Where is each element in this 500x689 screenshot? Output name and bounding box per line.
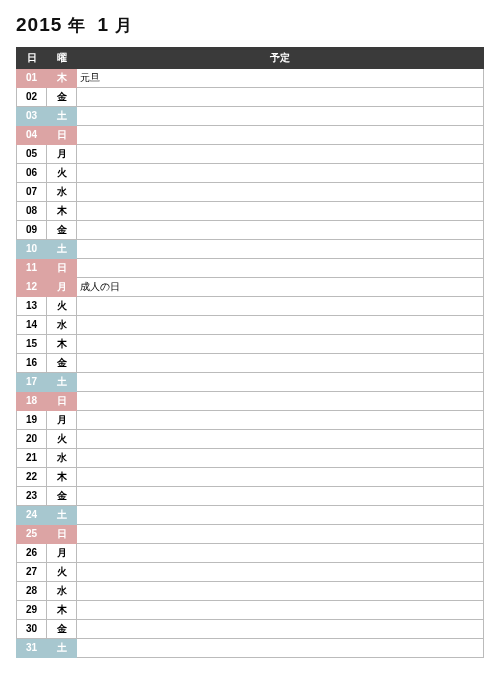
cell-day: 14 <box>17 316 47 335</box>
table-row: 25日 <box>17 525 484 544</box>
cell-dow: 土 <box>47 240 77 259</box>
cell-dow: 水 <box>47 183 77 202</box>
calendar-body: 01木元旦02金03土04日05月06火07水08木09金10土11日12月成人… <box>17 69 484 658</box>
cell-schedule <box>77 164 484 183</box>
header-day: 日 <box>17 48 47 69</box>
cell-dow: 火 <box>47 563 77 582</box>
calendar-table: 日 曜 予定 01木元旦02金03土04日05月06火07水08木09金10土1… <box>16 47 484 658</box>
cell-schedule <box>77 601 484 620</box>
cell-day: 05 <box>17 145 47 164</box>
cell-dow: 木 <box>47 69 77 88</box>
table-row: 06火 <box>17 164 484 183</box>
cell-dow: 月 <box>47 411 77 430</box>
cell-schedule <box>77 202 484 221</box>
cell-schedule <box>77 563 484 582</box>
cell-day: 01 <box>17 69 47 88</box>
cell-dow: 土 <box>47 639 77 658</box>
cell-dow: 木 <box>47 335 77 354</box>
table-row: 01木元旦 <box>17 69 484 88</box>
cell-dow: 月 <box>47 544 77 563</box>
table-row: 21水 <box>17 449 484 468</box>
table-row: 08木 <box>17 202 484 221</box>
title-year: 2015 <box>16 14 62 35</box>
cell-dow: 土 <box>47 373 77 392</box>
cell-dow: 木 <box>47 601 77 620</box>
cell-schedule: 元旦 <box>77 69 484 88</box>
cell-schedule <box>77 373 484 392</box>
table-row: 04日 <box>17 126 484 145</box>
cell-day: 30 <box>17 620 47 639</box>
cell-day: 29 <box>17 601 47 620</box>
table-row: 30金 <box>17 620 484 639</box>
cell-day: 03 <box>17 107 47 126</box>
header-dow: 曜 <box>47 48 77 69</box>
cell-schedule <box>77 430 484 449</box>
table-row: 17土 <box>17 373 484 392</box>
cell-schedule <box>77 221 484 240</box>
cell-schedule <box>77 639 484 658</box>
cell-day: 22 <box>17 468 47 487</box>
table-row: 05月 <box>17 145 484 164</box>
cell-schedule <box>77 297 484 316</box>
table-row: 12月成人の日 <box>17 278 484 297</box>
cell-schedule <box>77 107 484 126</box>
cell-day: 09 <box>17 221 47 240</box>
cell-day: 25 <box>17 525 47 544</box>
cell-day: 17 <box>17 373 47 392</box>
cell-day: 19 <box>17 411 47 430</box>
cell-schedule <box>77 506 484 525</box>
table-row: 03土 <box>17 107 484 126</box>
cell-day: 18 <box>17 392 47 411</box>
table-row: 09金 <box>17 221 484 240</box>
cell-schedule <box>77 316 484 335</box>
cell-schedule <box>77 582 484 601</box>
cell-day: 20 <box>17 430 47 449</box>
cell-schedule <box>77 335 484 354</box>
cell-schedule <box>77 126 484 145</box>
cell-day: 28 <box>17 582 47 601</box>
cell-dow: 日 <box>47 126 77 145</box>
cell-day: 27 <box>17 563 47 582</box>
table-row: 29木 <box>17 601 484 620</box>
table-row: 19月 <box>17 411 484 430</box>
cell-dow: 日 <box>47 392 77 411</box>
cell-schedule <box>77 544 484 563</box>
cell-day: 12 <box>17 278 47 297</box>
cell-day: 21 <box>17 449 47 468</box>
cell-dow: 水 <box>47 316 77 335</box>
table-row: 22木 <box>17 468 484 487</box>
cell-day: 07 <box>17 183 47 202</box>
table-header-row: 日 曜 予定 <box>17 48 484 69</box>
table-row: 11日 <box>17 259 484 278</box>
cell-schedule <box>77 259 484 278</box>
cell-day: 26 <box>17 544 47 563</box>
cell-day: 08 <box>17 202 47 221</box>
table-row: 20火 <box>17 430 484 449</box>
cell-schedule <box>77 487 484 506</box>
cell-dow: 月 <box>47 278 77 297</box>
cell-day: 23 <box>17 487 47 506</box>
cell-schedule <box>77 525 484 544</box>
table-row: 15木 <box>17 335 484 354</box>
table-row: 14水 <box>17 316 484 335</box>
table-row: 13火 <box>17 297 484 316</box>
cell-schedule <box>77 411 484 430</box>
cell-dow: 金 <box>47 221 77 240</box>
cell-schedule <box>77 449 484 468</box>
cell-dow: 水 <box>47 582 77 601</box>
cell-day: 13 <box>17 297 47 316</box>
header-schedule: 予定 <box>77 48 484 69</box>
table-row: 16金 <box>17 354 484 373</box>
title-month: 1 <box>97 14 109 35</box>
cell-dow: 金 <box>47 620 77 639</box>
cell-dow: 水 <box>47 449 77 468</box>
table-row: 27火 <box>17 563 484 582</box>
cell-schedule <box>77 88 484 107</box>
cell-dow: 金 <box>47 487 77 506</box>
cell-dow: 月 <box>47 145 77 164</box>
table-row: 07水 <box>17 183 484 202</box>
cell-dow: 火 <box>47 164 77 183</box>
table-row: 10土 <box>17 240 484 259</box>
cell-schedule <box>77 354 484 373</box>
page: 2015 年 1 月 日 曜 予定 01木元旦02金03土04日05月06火07… <box>0 0 500 658</box>
